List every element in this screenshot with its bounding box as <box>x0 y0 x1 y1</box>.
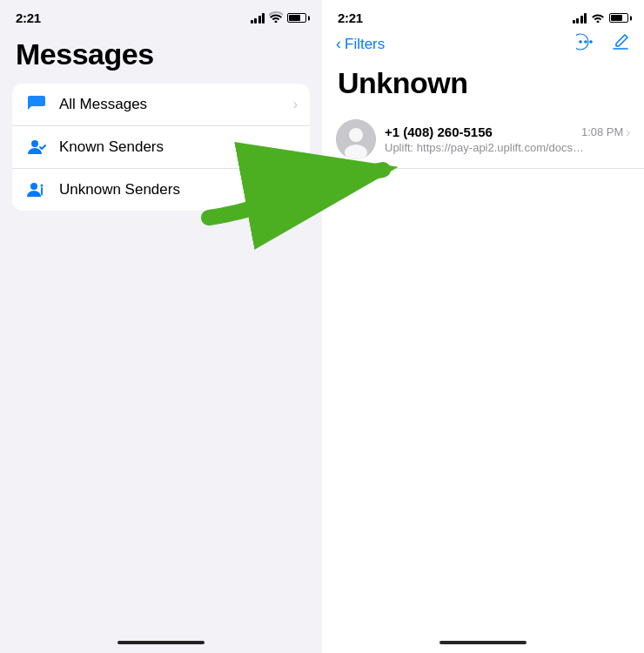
all-messages-item[interactable]: All Messages › <box>12 84 310 126</box>
right-time: 2:21 <box>338 10 363 25</box>
right-status-icons <box>573 11 629 25</box>
more-options-button[interactable] <box>576 32 595 56</box>
left-status-icons <box>251 11 307 25</box>
unknown-senders-item[interactable]: Unknown Senders › <box>12 169 310 211</box>
left-signal-icon <box>251 13 265 24</box>
right-panel: 2:21 ‹ Filters <box>322 0 644 653</box>
svg-point-0 <box>31 140 38 147</box>
right-signal-icon <box>573 13 587 24</box>
svg-point-4 <box>579 40 582 44</box>
known-senders-item[interactable]: Known Senders <box>12 126 310 169</box>
message-row[interactable]: +1 (408) 260-5156 1:08 PM › Uplift: http… <box>322 111 644 169</box>
right-wifi-icon <box>591 11 605 25</box>
compose-button[interactable] <box>611 32 630 56</box>
message-sender: +1 (408) 260-5156 <box>385 125 493 139</box>
svg-point-3 <box>41 194 43 196</box>
left-panel: 2:21 Messages <box>0 0 322 653</box>
right-home-bar <box>439 641 527 644</box>
known-senders-label: Known Senders <box>59 138 298 156</box>
svg-point-9 <box>349 128 363 142</box>
person-unknown-icon <box>24 179 49 200</box>
svg-point-1 <box>30 183 37 190</box>
person-check-icon <box>24 137 49 158</box>
right-nav-bar: ‹ Filters <box>322 29 644 61</box>
filter-list: All Messages › Known Senders <box>12 84 310 211</box>
unknown-senders-label: Unknown Senders <box>59 181 293 199</box>
message-chevron-right: › <box>626 125 630 139</box>
nav-right-icons <box>576 32 630 56</box>
message-top-row: +1 (408) 260-5156 1:08 PM › <box>385 125 630 139</box>
message-content: +1 (408) 260-5156 1:08 PM › Uplift: http… <box>385 125 630 154</box>
right-status-bar: 2:21 <box>322 0 644 29</box>
all-messages-label: All Messages <box>59 96 293 113</box>
svg-point-5 <box>584 40 587 44</box>
left-page-title: Messages <box>0 29 322 84</box>
avatar <box>336 119 376 159</box>
all-messages-chevron: › <box>293 97 298 112</box>
left-time: 2:21 <box>16 10 41 25</box>
left-battery-icon <box>287 13 306 23</box>
left-status-bar: 2:21 <box>0 0 322 29</box>
chevron-left-icon: ‹ <box>336 35 341 53</box>
left-home-bar <box>117 641 205 644</box>
bubble-icon <box>24 94 49 115</box>
filters-back-button[interactable]: ‹ Filters <box>336 35 385 53</box>
svg-point-6 <box>589 40 593 44</box>
svg-point-2 <box>41 185 44 187</box>
right-page-title: Unknown <box>322 61 644 111</box>
left-wifi-icon <box>269 11 283 25</box>
message-time: 1:08 PM › <box>581 125 630 139</box>
message-preview: Uplift: https://pay-api2.uplift.com/docs… <box>385 141 585 154</box>
filters-label: Filters <box>345 36 385 53</box>
right-battery-icon <box>609 13 628 23</box>
unknown-senders-chevron: › <box>293 182 298 198</box>
